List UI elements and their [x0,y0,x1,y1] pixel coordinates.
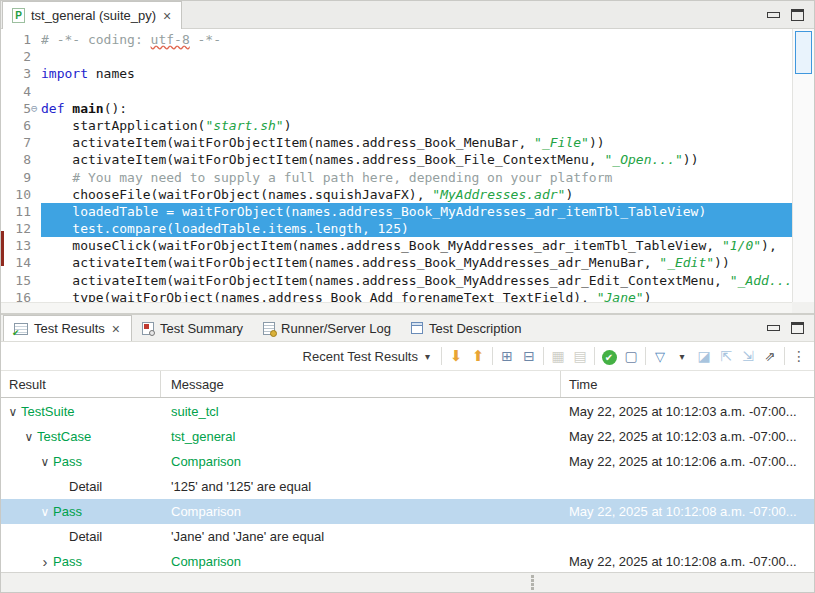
recent-test-results-dropdown[interactable]: Recent Test Results ▾ [297,349,438,364]
table-row[interactable]: ∨PassComparisonMay 22, 2025 at 10:12:08 … [1,499,814,524]
code-line[interactable]: 11 loadedTable = waitForObject(names.add… [1,203,794,220]
code-line[interactable]: 13 mouseClick(waitForObjectItem(names.ad… [1,237,794,254]
toolbar-separator [543,347,544,365]
fold-column [31,289,41,302]
result-label: Detail [69,479,102,494]
clear-results-icon[interactable]: ◪ [693,345,715,367]
check-icon: ✔ [12,329,20,338]
fold-column: ⊖ [31,100,41,117]
statusbar-gripper[interactable] [530,575,534,591]
code-line[interactable]: 9 # You may need to supply a full path h… [1,169,794,186]
message-cell: Comparison [161,504,561,519]
table-row[interactable]: ›PassComparisonMay 22, 2025 at 10:12:08 … [1,549,814,574]
tab-label: Runner/Server Log [281,321,391,336]
code-line[interactable]: 12 test.compare(loadedTable.items.length… [1,220,794,237]
tab-test-results[interactable]: ✔Test Results× [3,315,132,341]
scrollbar-thumb[interactable] [795,31,812,74]
code-line[interactable]: 1# -*- coding: utf-8 -*- [1,31,794,48]
export-results-icon[interactable]: ⇱ [715,345,737,367]
line-number: 7 [1,134,31,151]
code-text: def main(): [41,100,794,117]
chevron-down-icon[interactable]: ∨ [37,505,53,519]
fold-column [31,237,41,254]
result-label: TestSuite [21,404,74,419]
close-icon[interactable]: × [162,9,172,23]
minimize-icon[interactable] [767,325,780,331]
chevron-right-icon[interactable]: › [37,554,53,569]
editor-tab-tst-general[interactable]: P tst_general (suite_py) × [2,1,182,29]
fold-column [31,31,41,48]
column-header-time[interactable]: Time [561,371,814,397]
jump-to-previous-icon[interactable]: ⬆ [467,345,489,367]
table-row[interactable]: Detail'Jane' and 'Jane' are equal [1,524,814,549]
strip [412,323,422,326]
column-header-message[interactable]: Message [161,371,561,397]
time-cell: May 22, 2025 at 10:12:08 a.m. -07:00... [561,504,814,519]
view-menu-icon[interactable]: ⋮ [788,345,810,367]
result-cell: ∨TestSuite [1,404,161,419]
minimize-icon[interactable] [767,12,780,18]
table-row[interactable]: Detail'125' and '125' are equal [1,474,814,499]
collapse-all-icon[interactable]: ⊟ [518,345,540,367]
code-text: activateItem(waitForObjectItem(names.add… [41,151,794,168]
tab-runner-server-log[interactable]: Runner/Server Log [253,315,401,341]
code-line[interactable]: 14 activateItem(waitForObjectItem(names.… [1,254,794,271]
code-text: mouseClick(waitForObjectItem(names.addre… [41,237,794,254]
filter-icon[interactable]: ▽ [649,345,671,368]
message-cell: '125' and '125' are equal [161,479,561,494]
status-bar [1,572,814,592]
new-report-icon[interactable]: ▢ [620,345,642,367]
tab-test-summary[interactable]: Test Summary [132,315,253,341]
table-row[interactable]: ∨TestSuitesuite_tclMay 22, 2025 at 10:12… [1,399,814,424]
editor-vertical-scrollbar[interactable] [792,29,814,302]
results-toolbar: Recent Test Results ▾ ⬇⬆⊞⊟▦▤✔▢▽▾◪⇱⇲⇗⋮ [1,342,814,370]
code-text [41,48,794,65]
results-tabbar: ✔Test Results×Test SummaryRunner/Server … [1,315,814,342]
result-label: Pass [53,554,82,569]
editor-horizontal-scrollbar[interactable] [1,302,794,313]
code-line[interactable]: 16 type(waitForObject(names.address_Book… [1,289,794,302]
screenshot-icon[interactable]: ▦ [547,345,569,367]
expand-all-icon[interactable]: ⊞ [496,345,518,367]
line-number: 11 [1,203,31,220]
maximize-icon[interactable] [791,9,804,21]
code-text: type(waitForObject(names.address_Book_Ad… [41,289,794,302]
gear-icon [270,330,277,337]
verification-point-icon[interactable]: ✔ [598,345,620,367]
code-line[interactable]: 8 activateItem(waitForObjectItem(names.a… [1,151,794,168]
chevron-down-icon[interactable]: ∨ [37,455,53,469]
tab-test-description[interactable]: Test Description [401,315,531,341]
code-line[interactable]: 4 [1,83,794,100]
code-line[interactable]: 15 activateItem(waitForObjectItem(names.… [1,272,794,289]
result-label: Pass [53,454,82,469]
code-line[interactable]: 10 chooseFile(waitForObject(names.squish… [1,186,794,203]
chevron-down-icon[interactable]: ∨ [5,405,21,419]
table-row[interactable]: ∨PassComparisonMay 22, 2025 at 10:12:06 … [1,449,814,474]
import-results-icon[interactable]: ⇲ [737,345,759,367]
editor-tab-label: tst_general (suite_py) [31,8,156,23]
column-header-result[interactable]: Result [1,371,161,397]
fold-column [31,254,41,271]
code-line[interactable]: 6 startApplication("start.sh") [1,117,794,134]
time-cell: May 22, 2025 at 10:12:03 a.m. -07:00... [561,429,814,444]
test-results-icon: ✔ [14,323,28,335]
video-capture-icon[interactable]: ▤ [569,345,591,367]
fold-column [31,83,41,100]
code-line[interactable]: 2 [1,48,794,65]
message-cell: 'Jane' and 'Jane' are equal [161,529,561,544]
code-editor[interactable]: 1# -*- coding: utf-8 -*-23import names45… [1,29,794,302]
code-line[interactable]: 5⊖def main(): [1,100,794,117]
editor-window-controls [767,1,814,28]
close-icon[interactable]: × [111,322,121,336]
fold-collapse-icon[interactable]: ⊖ [31,100,38,117]
code-line[interactable]: 7 activateItem(waitForObjectItem(names.a… [1,134,794,151]
table-row[interactable]: ∨TestCasetst_generalMay 22, 2025 at 10:1… [1,424,814,449]
code-line[interactable]: 3import names [1,65,794,82]
jump-to-next-icon[interactable]: ⬇ [445,345,467,367]
filter-caret-icon[interactable]: ▾ [671,344,693,368]
code-text: activateItem(waitForObjectItem(names.add… [41,254,794,271]
chevron-down-icon[interactable]: ∨ [21,430,37,444]
maximize-icon[interactable] [791,322,804,334]
line-number: 5 [1,100,31,117]
open-external-icon[interactable]: ⇗ [759,345,781,368]
